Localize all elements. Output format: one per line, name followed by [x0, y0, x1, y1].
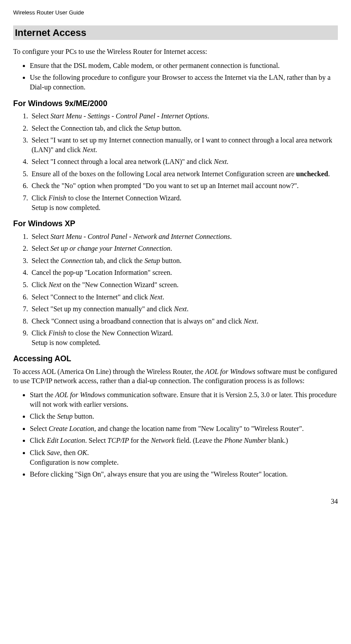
list-item: Start the AOL for Windows communication … — [30, 390, 338, 409]
list-item: Before clicking "Sign On", always ensure… — [30, 470, 338, 479]
intro-bullets: Ensure that the DSL modem, Cable modem, … — [13, 61, 338, 92]
aol-bullets: Start the AOL for Windows communication … — [13, 390, 338, 479]
list-item: Select "I connect through a local area n… — [30, 157, 338, 167]
list-item: Click Save, then OK.Configuration is now… — [30, 448, 338, 467]
list-item: Use the following procedure to configure… — [30, 73, 338, 92]
list-item: Ensure that the DSL modem, Cable modem, … — [30, 61, 338, 71]
list-item: Cancel the pop-up "Location Information"… — [30, 268, 338, 278]
list-item: Select the Connection tab, and click the… — [30, 124, 338, 133]
list-item: Ensure all of the boxes on the following… — [30, 169, 338, 179]
page-header: Wireless Router User Guide — [13, 9, 338, 17]
list-item: Click Next on the "New Connection Wizard… — [30, 280, 338, 290]
list-item: Select "Connect to the Internet" and cli… — [30, 292, 338, 302]
intro-paragraph: To configure your PCs to use the Wireles… — [13, 47, 338, 57]
section-title: Internet Access — [13, 25, 338, 40]
list-item: Select "I want to set up my Internet con… — [30, 135, 338, 154]
list-item: Click Edit Location. Select TCP/IP for t… — [30, 436, 338, 445]
winxp-steps: Select Start Menu - Control Panel - Netw… — [13, 232, 338, 348]
list-item: Check "Connect using a broadband connect… — [30, 317, 338, 326]
list-item: Select the Connection tab, and click the… — [30, 256, 338, 266]
subsection-title-winxp: For Windows XP — [13, 218, 338, 229]
list-item: Select Create Location, and change the l… — [30, 424, 338, 434]
list-item: Check the "No" option when prompted "Do … — [30, 181, 338, 191]
list-item: Select Start Menu - Control Panel - Netw… — [30, 232, 338, 242]
aol-intro: To access AOL (America On Line) through … — [13, 367, 338, 386]
list-item: Select Set up or change your Internet Co… — [30, 244, 338, 253]
list-item: Select Start Menu - Settings - Control P… — [30, 111, 338, 121]
list-item: Click Finish to close the New Connection… — [30, 328, 338, 347]
list-item: Click Finish to close the Internet Conne… — [30, 193, 338, 212]
list-item: Select "Set up my connection manually" a… — [30, 304, 338, 314]
list-item: Click the Setup button. — [30, 412, 338, 421]
win9x-steps: Select Start Menu - Settings - Control P… — [13, 111, 338, 212]
subsection-title-win9x: For Windows 9x/ME/2000 — [13, 98, 338, 109]
page-number: 34 — [13, 497, 338, 506]
subsection-title-aol: Accessing AOL — [13, 353, 338, 364]
